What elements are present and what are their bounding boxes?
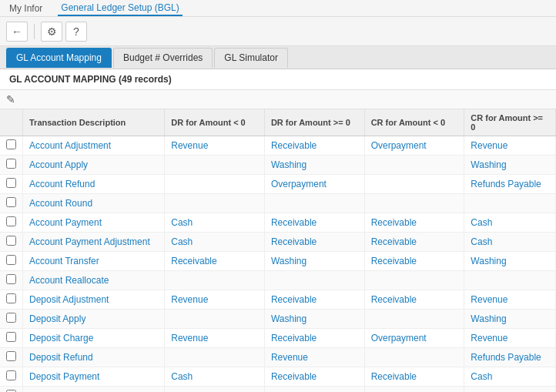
dr-pos-link[interactable]: Receivable [271,236,317,247]
transaction-desc-link[interactable]: Account Reallocate [29,275,109,286]
transaction-desc-link[interactable]: Deposit Apply [29,313,85,324]
dr-pos-link[interactable]: Receivable [271,371,317,382]
tab-budget-overrides[interactable]: Budget # Overrides [113,48,213,68]
transaction-desc-link[interactable]: Account Apply [29,159,88,170]
row-checkbox[interactable] [6,236,16,246]
row-cr-pos [464,194,556,213]
dr-pos-link[interactable]: Receivable [271,140,317,151]
row-transaction-desc[interactable]: Deposit Payment [23,367,165,387]
transaction-desc-link[interactable]: Deposit Charge [29,333,93,343]
tab-gl-account-mapping[interactable]: GL Account Mapping [6,48,112,68]
cr-pos-link[interactable]: Revenue [471,140,507,151]
cr-pos-link[interactable]: Washing [471,313,506,324]
row-cr-neg: Receivable [364,367,464,387]
row-checkbox[interactable] [6,178,16,188]
cr-pos-link[interactable]: Revenue [471,294,507,305]
dr-pos-link[interactable]: Receivable [271,217,317,228]
row-cr-pos: Cash [464,387,556,393]
transaction-desc-link[interactable]: Account Payment [29,217,102,228]
row-transaction-desc[interactable]: Account Apply [23,156,165,175]
cr-neg-link[interactable]: Receivable [371,371,417,382]
row-checkbox[interactable] [6,332,16,342]
row-checkbox-cell [0,136,23,156]
row-transaction-desc[interactable]: Deposit Refund [23,348,165,367]
dr-neg-link[interactable]: Revenue [171,333,208,343]
transaction-desc-link[interactable]: Deposit Adjustment [29,294,109,305]
row-checkbox[interactable] [6,274,16,284]
table-header: Transaction Description DR for Amount < … [0,109,556,136]
tab-gl-simulator[interactable]: GL Simulator [214,48,288,68]
row-checkbox[interactable] [6,255,16,265]
dr-pos-link[interactable]: Receivable [271,333,317,343]
row-checkbox[interactable] [6,159,16,169]
edit-icon[interactable]: ✎ [6,93,15,106]
cr-neg-link[interactable]: Receivable [371,217,417,228]
col-header-transaction-desc: Transaction Description [23,109,165,136]
transaction-desc-link[interactable]: Account Payment Adjustment [29,236,150,247]
row-transaction-desc[interactable]: Account Payment Adjustment [23,233,165,252]
cr-pos-link[interactable]: Revenue [471,333,507,343]
row-dr-pos: Receivable [264,387,364,393]
row-dr-neg: Revenue [165,136,265,156]
cr-neg-link[interactable]: Receivable [371,294,417,305]
cr-neg-link[interactable]: Receivable [371,256,417,266]
row-checkbox[interactable] [6,197,16,207]
row-checkbox[interactable] [6,351,16,361]
row-checkbox[interactable] [6,293,16,303]
row-transaction-desc[interactable]: Account Reallocate [23,271,165,290]
dr-pos-link[interactable]: Receivable [271,294,317,305]
transaction-desc-link[interactable]: Account Transfer [29,256,99,266]
transaction-desc-link[interactable]: Account Refund [29,179,95,189]
row-checkbox-cell [0,367,23,387]
cr-neg-link[interactable]: Receivable [371,236,417,247]
row-cr-pos: Refunds Payable [464,175,556,194]
cr-neg-link[interactable]: Overpayment [371,140,427,151]
row-transaction-desc[interactable]: Account Payment [23,213,165,233]
cr-pos-link[interactable]: Washing [471,159,506,170]
cr-pos-link[interactable]: Cash [471,217,492,228]
back-button[interactable]: ← [6,22,28,42]
transaction-desc-link[interactable]: Account Round [29,198,92,209]
row-transaction-desc[interactable]: Deposit Apply [23,310,165,329]
col-header-dr-neg: DR for Amount < 0 [165,109,265,136]
row-transaction-desc[interactable]: Account Adjustment [23,136,165,156]
cr-pos-link[interactable]: Refunds Payable [471,179,541,189]
dr-pos-link[interactable]: Revenue [271,352,308,363]
dr-neg-link[interactable]: Revenue [171,294,208,305]
row-dr-pos: Washing [264,310,364,329]
row-transaction-desc[interactable]: Account Refund [23,175,165,194]
dr-neg-link[interactable]: Receivable [171,256,216,266]
row-checkbox[interactable] [6,313,16,323]
cr-pos-link[interactable]: Cash [471,236,492,247]
row-transaction-desc[interactable]: Account Transfer [23,252,165,271]
row-transaction-desc[interactable]: Deposit Adjustment [23,290,165,310]
row-transaction-desc[interactable]: Deposit Payment Adjustment [23,387,165,393]
transaction-desc-link[interactable]: Account Adjustment [29,140,111,151]
row-transaction-desc[interactable]: Deposit Charge [23,329,165,348]
dr-pos-link[interactable]: Washing [271,313,306,324]
settings-button[interactable]: ⚙ [41,22,62,42]
row-checkbox[interactable] [6,139,16,149]
row-dr-neg: Cash [165,233,265,252]
cr-pos-link[interactable]: Cash [471,371,492,382]
dr-neg-link[interactable]: Cash [171,217,193,228]
row-checkbox[interactable] [6,216,16,226]
row-transaction-desc[interactable]: Account Round [23,194,165,213]
dr-neg-link[interactable]: Revenue [171,140,208,151]
cr-neg-link[interactable]: Overpayment [371,333,427,343]
row-checkbox-cell [0,194,23,213]
top-navigation: My Infor General Ledger Setup (BGL) [0,0,556,17]
transaction-desc-link[interactable]: Deposit Refund [29,352,93,363]
dr-neg-link[interactable]: Cash [171,371,193,382]
cr-pos-link[interactable]: Refunds Payable [471,352,541,363]
row-checkbox[interactable] [6,370,16,380]
nav-my-infor[interactable]: My Infor [6,2,45,15]
transaction-desc-link[interactable]: Deposit Payment [29,371,99,382]
dr-neg-link[interactable]: Cash [171,236,193,247]
dr-pos-link[interactable]: Washing [271,256,306,266]
help-button[interactable]: ? [65,22,87,42]
nav-gl-setup[interactable]: General Ledger Setup (BGL) [58,1,182,16]
dr-pos-link[interactable]: Overpayment [271,179,327,189]
cr-pos-link[interactable]: Washing [471,256,506,266]
dr-pos-link[interactable]: Washing [271,159,306,170]
